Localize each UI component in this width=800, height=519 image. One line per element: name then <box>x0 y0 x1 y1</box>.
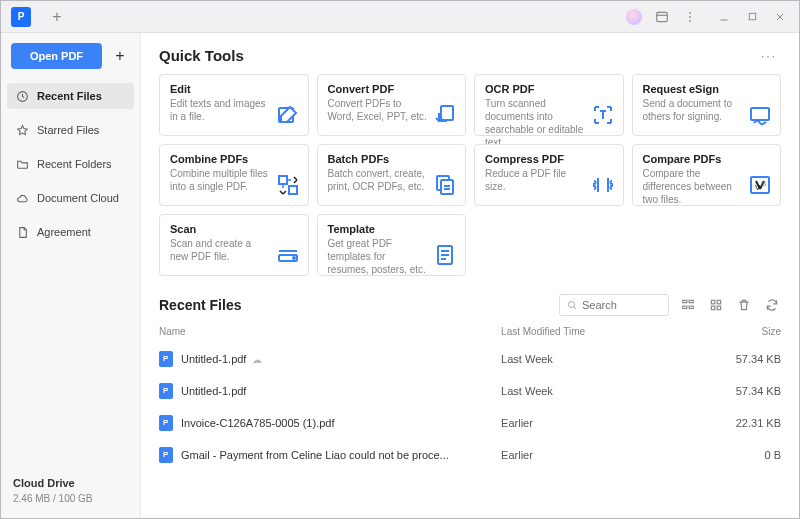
sidebar-item-starred-files[interactable]: Starred Files <box>7 117 134 143</box>
sidebar-item-label: Starred Files <box>37 124 99 136</box>
tool-title: Template <box>328 223 456 235</box>
refresh-icon[interactable] <box>763 296 781 314</box>
cloud-drive-label: Cloud Drive <box>13 477 128 489</box>
search-icon <box>566 299 578 311</box>
tool-desc: Convert PDFs to Word, Excel, PPT, etc. <box>328 97 428 123</box>
tool-title: Scan <box>170 223 298 235</box>
add-button[interactable]: + <box>110 46 130 66</box>
combine-icon <box>276 173 300 197</box>
file-modified: Earlier <box>501 417 688 429</box>
svg-rect-34 <box>689 306 693 308</box>
file-name: Untitled-1.pdf☁ <box>181 353 501 365</box>
search-box[interactable] <box>559 294 669 316</box>
sidebar-item-label: Document Cloud <box>37 192 119 204</box>
kebab-menu-icon[interactable] <box>679 7 701 27</box>
svg-rect-12 <box>751 108 769 120</box>
sidebar: Open PDF + Recent FilesStarred FilesRece… <box>1 33 141 518</box>
svg-rect-11 <box>441 106 453 120</box>
svg-rect-33 <box>683 306 687 308</box>
svg-point-2 <box>689 11 691 13</box>
panel-icon[interactable] <box>651 7 673 27</box>
tool-desc: Turn scanned documents into searchable o… <box>485 97 585 149</box>
tool-compare-pdfs[interactable]: Compare PDFsCompare the differences betw… <box>632 144 782 206</box>
sidebar-item-document-cloud[interactable]: Document Cloud <box>7 185 134 211</box>
pdf-file-icon <box>159 447 173 463</box>
file-modified: Last Week <box>501 385 688 397</box>
tool-template[interactable]: TemplateGet great PDF templates for resu… <box>317 214 467 276</box>
sidebar-item-recent-files[interactable]: Recent Files <box>7 83 134 109</box>
tool-title: Compress PDF <box>485 153 613 165</box>
tool-request-esign[interactable]: Request eSignSend a document to others f… <box>632 74 782 136</box>
tool-desc: Reduce a PDF file size. <box>485 167 585 193</box>
new-tab-button[interactable]: + <box>47 7 67 27</box>
tool-compress-pdf[interactable]: Compress PDFReduce a PDF file size. <box>474 144 624 206</box>
svg-point-24 <box>293 257 295 259</box>
svg-rect-35 <box>711 300 715 304</box>
file-name: Gmail - Payment from Celine Liao could n… <box>181 449 501 461</box>
theme-bubble-icon[interactable] <box>623 7 645 27</box>
file-size: 57.34 KB <box>688 385 781 397</box>
tool-title: Convert PDF <box>328 83 456 95</box>
sidebar-item-label: Recent Folders <box>37 158 112 170</box>
svg-rect-0 <box>657 12 668 21</box>
file-modified: Last Week <box>501 353 688 365</box>
tool-combine-pdfs[interactable]: Combine PDFsCombine multiple files into … <box>159 144 309 206</box>
tool-desc: Combine multiple files into a single PDF… <box>170 167 270 193</box>
file-size: 22.31 KB <box>688 417 781 429</box>
svg-rect-37 <box>711 306 715 310</box>
edit-icon <box>276 103 300 127</box>
open-pdf-button[interactable]: Open PDF <box>11 43 102 69</box>
tool-desc: Scan and create a new PDF file. <box>170 237 270 263</box>
cloud-drive-quota: 2.46 MB / 100 GB <box>13 493 128 504</box>
file-row[interactable]: Gmail - Payment from Celine Liao could n… <box>159 439 781 471</box>
tool-desc: Compare the differences between two file… <box>643 167 743 206</box>
tool-ocr-pdf[interactable]: OCR PDFTurn scanned documents into searc… <box>474 74 624 136</box>
maximize-button[interactable] <box>741 7 763 27</box>
convert-icon <box>433 103 457 127</box>
file-row[interactable]: Untitled-1.pdfLast Week57.34 KB <box>159 375 781 407</box>
file-size: 57.34 KB <box>688 353 781 365</box>
close-button[interactable] <box>769 7 791 27</box>
svg-text:S: S <box>761 179 766 188</box>
tool-title: Edit <box>170 83 298 95</box>
compress-icon <box>591 173 615 197</box>
tool-batch-pdfs[interactable]: Batch PDFsBatch convert, create, print, … <box>317 144 467 206</box>
quick-tools-more-button[interactable]: ··· <box>757 49 781 63</box>
file-row[interactable]: Untitled-1.pdf☁Last Week57.34 KB <box>159 343 781 375</box>
batch-icon <box>433 173 457 197</box>
search-input[interactable] <box>582 299 662 311</box>
view-list-icon[interactable] <box>679 296 697 314</box>
file-name: Untitled-1.pdf <box>181 385 501 397</box>
svg-rect-6 <box>749 13 755 19</box>
tool-scan[interactable]: ScanScan and create a new PDF file. <box>159 214 309 276</box>
cloud-icon <box>15 191 29 205</box>
svg-point-3 <box>689 16 691 18</box>
sidebar-item-agreement[interactable]: Agreement <box>7 219 134 245</box>
svg-rect-36 <box>717 300 721 304</box>
tool-desc: Send a document to others for signing. <box>643 97 743 123</box>
app-window: P + Open PDF + Recent FilesStarred Files… <box>0 0 800 519</box>
view-grid-icon[interactable] <box>707 296 725 314</box>
sidebar-item-label: Recent Files <box>37 90 102 102</box>
minimize-button[interactable] <box>713 7 735 27</box>
svg-rect-14 <box>289 186 297 194</box>
svg-rect-31 <box>683 300 687 302</box>
titlebar: P + <box>1 1 799 33</box>
esign-icon <box>748 103 772 127</box>
tool-title: OCR PDF <box>485 83 613 95</box>
file-row[interactable]: Invoice-C126A785-0005 (1).pdfEarlier22.3… <box>159 407 781 439</box>
tool-desc: Edit texts and images in a file. <box>170 97 270 123</box>
delete-icon[interactable] <box>735 296 753 314</box>
tool-edit[interactable]: EditEdit texts and images in a file. <box>159 74 309 136</box>
tool-title: Compare PDFs <box>643 153 771 165</box>
col-name: Name <box>159 326 501 337</box>
svg-rect-13 <box>279 176 287 184</box>
pdf-file-icon <box>159 415 173 431</box>
pdf-file-icon <box>159 383 173 399</box>
sidebar-item-label: Agreement <box>37 226 91 238</box>
tool-convert-pdf[interactable]: Convert PDFConvert PDFs to Word, Excel, … <box>317 74 467 136</box>
template-icon <box>433 243 457 267</box>
svg-point-29 <box>569 302 575 308</box>
clock-icon <box>15 89 29 103</box>
sidebar-item-recent-folders[interactable]: Recent Folders <box>7 151 134 177</box>
